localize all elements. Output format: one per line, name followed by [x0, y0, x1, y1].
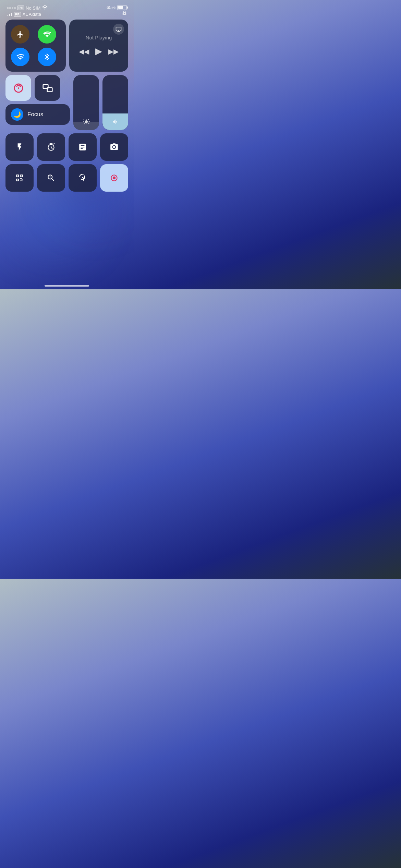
magnifier-button[interactable]: [37, 164, 65, 192]
camera-button[interactable]: [100, 133, 128, 161]
top-row: Not Playing ◀◀ ▶ ▶▶: [5, 20, 128, 72]
svg-point-2: [18, 87, 19, 89]
bluetooth-icon: [43, 53, 51, 61]
ear-icon: [78, 173, 87, 182]
qr-icon: [15, 173, 24, 182]
magnifier-icon: [47, 173, 56, 182]
previous-button[interactable]: ◀◀: [79, 47, 89, 56]
media-controls: ◀◀ ▶ ▶▶: [74, 46, 123, 57]
brightness-slider[interactable]: [73, 75, 99, 130]
carrier2-badge: PR: [14, 12, 21, 17]
sliders-col: [73, 75, 128, 130]
status-right: 65%: [107, 5, 127, 15]
record-icon: [110, 173, 119, 182]
status-bar: PE No SIM PR XL Axiata 65%: [0, 0, 134, 20]
volume-slider[interactable]: [102, 75, 128, 130]
small-tiles-row: [5, 75, 70, 101]
svg-point-9: [113, 177, 116, 180]
signal-bars: [7, 13, 12, 16]
screen-mirror-button[interactable]: [35, 75, 60, 101]
orientation-lock-button[interactable]: [5, 75, 31, 101]
media-player-tile: Not Playing ◀◀ ▶ ▶▶: [69, 20, 128, 72]
home-indicator[interactable]: [45, 285, 89, 287]
wifi-button[interactable]: [11, 48, 29, 66]
qr-scanner-button[interactable]: [5, 164, 34, 192]
wifi-icon: [16, 53, 24, 61]
status-left: PE No SIM PR XL Axiata: [7, 5, 48, 17]
carrier1-row: PE No SIM: [7, 5, 48, 11]
timer-icon: [47, 143, 56, 152]
screen-lock-row: [122, 11, 127, 15]
screen-mirror-icon: [42, 83, 53, 94]
carrier1-badge: PE: [17, 5, 24, 10]
action-row-2: [5, 164, 128, 192]
cellular-button[interactable]: [38, 25, 56, 44]
battery-fill: [118, 6, 123, 9]
play-button[interactable]: ▶: [95, 46, 102, 57]
focus-button[interactable]: 🌙 Focus: [5, 104, 70, 125]
action-row-1: [5, 133, 128, 161]
battery-percent: 65%: [107, 5, 116, 10]
middle-row: 🌙 Focus: [5, 75, 128, 130]
screen-recording-button[interactable]: [100, 164, 128, 192]
signal-dots: [7, 7, 16, 9]
carrier1-name: No SIM: [26, 5, 40, 11]
next-button[interactable]: ▶▶: [108, 47, 119, 56]
left-col: 🌙 Focus: [5, 75, 70, 130]
battery-row: 65%: [107, 5, 127, 10]
calculator-button[interactable]: [69, 133, 97, 161]
volume-icon: [112, 118, 119, 125]
focus-moon-icon: 🌙: [11, 108, 23, 121]
rotation-lock-status-icon: [122, 11, 127, 15]
battery-icon: [117, 5, 127, 10]
airplane-mode-button[interactable]: [11, 25, 29, 44]
airplay-icon: [116, 26, 122, 32]
carrier2-name: XL Axiata: [23, 12, 41, 17]
bluetooth-button[interactable]: [38, 48, 56, 66]
now-playing-label: Not Playing: [74, 35, 123, 40]
carrier2-row: PR XL Axiata: [7, 12, 48, 17]
cellular-icon: [43, 30, 51, 38]
hearing-button[interactable]: [69, 164, 97, 192]
flashlight-button[interactable]: [5, 133, 34, 161]
camera-icon: [110, 143, 119, 152]
timer-button[interactable]: [37, 133, 65, 161]
control-center: Not Playing ◀◀ ▶ ▶▶: [0, 20, 134, 192]
svg-point-7: [82, 177, 83, 178]
calculator-icon: [78, 143, 87, 152]
flashlight-icon: [15, 143, 24, 152]
airplane-icon: [16, 30, 24, 38]
action-rows: [5, 133, 128, 192]
airplay-button[interactable]: [113, 24, 124, 35]
connectivity-tile: [5, 20, 66, 72]
focus-label: Focus: [27, 111, 43, 118]
orientation-lock-icon: [13, 83, 24, 94]
svg-point-6: [113, 146, 116, 148]
brightness-icon: [83, 118, 90, 125]
wifi-status-icon: [42, 5, 48, 11]
